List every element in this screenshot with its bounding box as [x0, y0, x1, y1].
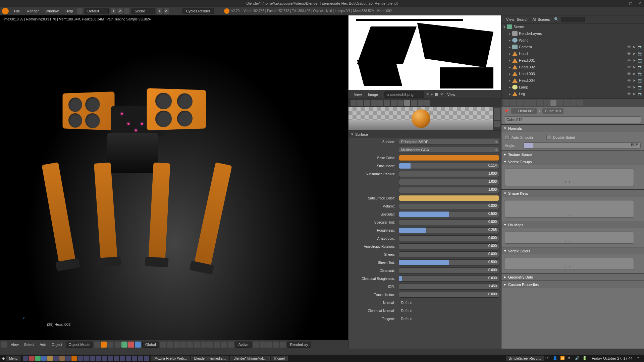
tab-constraint-icon[interactable] — [384, 100, 390, 106]
panel-vertexgroups-header[interactable]: ▾Vertex Groups — [501, 158, 644, 165]
specular-tint-slider[interactable]: 0.000 — [399, 219, 499, 225]
launch-icon-7[interactable] — [59, 356, 65, 361]
pivot-icon[interactable] — [115, 342, 121, 348]
vf-select[interactable]: Select — [22, 342, 37, 347]
clearcoat-slider[interactable]: 0.000 — [399, 267, 499, 274]
tray-icon-network[interactable]: 📶 — [560, 356, 565, 361]
search-icon[interactable]: 🔍 — [554, 17, 559, 21]
auto-smooth-checkbox[interactable] — [505, 135, 509, 140]
menu-window[interactable]: Window — [42, 9, 62, 13]
tray-icon-battery[interactable]: 🔋 — [582, 356, 587, 361]
opengl-anim-icon[interactable] — [280, 342, 286, 348]
tab-data-icon[interactable] — [397, 100, 404, 106]
pin-icon[interactable]: 📌 — [504, 109, 509, 113]
orientation-dropdown[interactable]: Global — [142, 342, 159, 348]
shape-keys-list[interactable]: ⋮⋮⋮ — [505, 200, 634, 218]
clearcoat-normal-dropdown[interactable]: Default — [399, 308, 499, 314]
taskbar-home[interactable]: [Home] — [271, 356, 288, 361]
start-menu-icon[interactable]: ◆ — [2, 356, 5, 361]
snap-type-icon[interactable] — [260, 342, 266, 348]
tab-material-icon[interactable] — [404, 100, 410, 106]
launch-icon-16[interactable] — [114, 356, 119, 361]
clearcoat-rough-slider[interactable]: 0.030 — [399, 276, 499, 282]
minimize-icon[interactable]: — — [619, 1, 623, 6]
layer-buttons[interactable] — [160, 342, 227, 348]
base-color-swatch[interactable] — [399, 155, 499, 161]
outliner-filter-dropdown[interactable]: All Scenes — [531, 17, 551, 22]
image-fake-user-icon[interactable]: F — [426, 93, 429, 97]
dtab-modifier-icon[interactable] — [544, 100, 550, 106]
render-engine-dropdown[interactable]: Cycles Render — [182, 8, 214, 14]
launch-icon-15[interactable] — [108, 356, 113, 361]
anisotropic-rot-slider[interactable]: 0.000 — [399, 243, 499, 249]
breadcrumb-mesh[interactable]: Cube.010 — [542, 108, 564, 114]
vf-view[interactable]: View — [9, 342, 21, 347]
layout-delete-icon[interactable]: ✕ — [117, 8, 123, 14]
tab-texture-icon[interactable] — [411, 100, 417, 106]
launch-icon-8[interactable] — [65, 356, 71, 361]
ie-view-dropdown[interactable]: View — [447, 93, 455, 97]
image-open-icon[interactable]: ▦ — [435, 92, 438, 97]
launch-icon-20[interactable] — [138, 356, 143, 361]
preview-type-cube-icon[interactable] — [494, 121, 500, 127]
tree-renderlayers[interactable]: ▸RenderLayers — [501, 30, 644, 37]
panel-shapekeys-header[interactable]: ▾Shape Keys — [501, 189, 644, 197]
tab-physics-icon[interactable] — [424, 100, 430, 106]
ior-slider[interactable]: 1.450 — [399, 284, 499, 290]
launch-icon-13[interactable] — [96, 356, 101, 361]
image-filename-input[interactable] — [384, 92, 424, 98]
preview-type-flat-icon[interactable] — [494, 108, 500, 114]
menu-help[interactable]: Help — [62, 9, 76, 13]
menu-file[interactable]: File — [11, 9, 23, 13]
sheen-tint-slider[interactable]: 0.500 — [399, 259, 499, 265]
vf-add[interactable]: Add — [38, 342, 48, 347]
taskbar-blender-app[interactable]: Blender* [/home/kak... — [230, 356, 269, 361]
specular-slider[interactable]: 0.500 — [399, 211, 499, 217]
dtab-material-icon[interactable] — [557, 100, 563, 106]
metallic-slider[interactable]: 0.000 — [399, 203, 499, 209]
dtab-object-icon[interactable] — [530, 100, 536, 106]
ie-image[interactable]: Image — [366, 92, 380, 97]
launch-icon-4[interactable] — [41, 356, 47, 361]
lock-layers-icon[interactable] — [228, 342, 234, 348]
launch-icon-10[interactable] — [77, 356, 83, 361]
scene-delete-icon[interactable]: ✕ — [164, 8, 169, 14]
editor-type-icon[interactable] — [1, 342, 7, 348]
launch-icon-2[interactable] — [29, 356, 35, 361]
dtab-physics-icon[interactable] — [577, 100, 583, 106]
panel-vertexcolors-header[interactable]: ▾Vertex Colors — [501, 247, 644, 254]
ssr3-slider[interactable]: 1.000 — [399, 187, 499, 193]
image-view-area[interactable] — [348, 15, 501, 90]
ssr2-slider[interactable]: 1.000 — [399, 179, 499, 185]
tree-head001[interactable]: ▸Head.001👁➤📷 — [501, 57, 644, 64]
mesh-name-input[interactable] — [504, 116, 641, 123]
vertex-groups-list[interactable]: ⋮⋮⋮ — [505, 169, 634, 186]
tree-world[interactable]: ▸World — [501, 37, 644, 44]
panel-geometrydata-header[interactable]: ▸Geometry Data — [501, 273, 644, 281]
launch-icon-12[interactable] — [90, 356, 95, 361]
tab-modifier-icon[interactable] — [391, 100, 397, 106]
tree-leg[interactable]: ▸Leg👁➤📷 — [501, 90, 644, 97]
dtab-world-icon[interactable] — [524, 100, 530, 106]
dtab-layers-icon[interactable] — [510, 100, 516, 106]
launch-icon-19[interactable] — [132, 356, 137, 361]
tab-scene-icon[interactable] — [364, 100, 370, 106]
tab-world-icon[interactable] — [371, 100, 377, 106]
active-layer-dropdown[interactable]: Active — [235, 342, 252, 348]
layout-add-icon[interactable]: + — [111, 8, 116, 14]
surface-dropdown[interactable]: Principled BSDF — [399, 139, 499, 145]
outliner-search-input[interactable] — [561, 17, 585, 22]
tree-head[interactable]: ▸Head👁➤📷 — [501, 50, 644, 57]
snap-icon[interactable] — [253, 342, 259, 348]
tray-icon-1[interactable]: ⟳ — [545, 356, 550, 361]
taskbar-firefox[interactable]: [Mozilla Firefox Web... — [151, 356, 190, 361]
outliner-view[interactable]: View — [506, 17, 514, 21]
dtab-data-icon[interactable] — [550, 100, 556, 106]
panel-customprops-header[interactable]: ▸Custom Properties — [501, 281, 644, 288]
tray-icon-updates[interactable]: ⬆ — [568, 356, 572, 361]
breadcrumb-object[interactable]: Head.002 — [511, 108, 537, 114]
distribution-dropdown[interactable]: Multiscatter GGX — [399, 147, 499, 153]
blender-logo-icon[interactable] — [2, 8, 9, 14]
tree-head004[interactable]: ▸Head.004👁➤📷 — [501, 77, 644, 84]
taskbar-clock[interactable]: Friday October 27, 17:44 — [592, 356, 633, 360]
